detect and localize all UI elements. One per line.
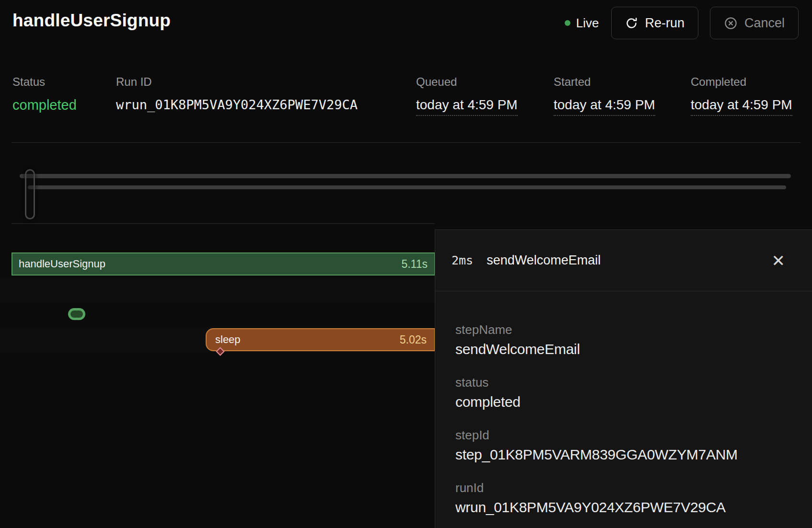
completed-time[interactable]: today at 4:59 PM	[691, 97, 792, 116]
detail-label: status	[455, 375, 793, 390]
detail-value: sendWelcomeEmail	[455, 340, 793, 358]
cancel-button-label: Cancel	[744, 16, 785, 31]
rerun-button-label: Re-run	[645, 16, 684, 31]
span-bar-sleep[interactable]: sleep 5.02s	[206, 328, 435, 351]
trace-waterfall: handleUserSignup 5.11s sleep 5.02s	[0, 224, 435, 528]
run-metadata: Status completed Run ID wrun_01K8PM5VA9Y…	[0, 76, 812, 119]
live-dot-icon	[565, 20, 570, 26]
close-icon[interactable]: ✕	[772, 253, 786, 269]
step-detail-panel: 2ms sendWelcomeEmail ✕ stepName sendWelc…	[435, 230, 812, 528]
minimap-span-bar	[28, 185, 786, 189]
circle-x-icon	[724, 16, 738, 30]
workflow-run-page: handleUserSignup Live Re-run Cancel	[0, 0, 812, 528]
meta-label: Queued	[416, 76, 518, 88]
divider	[12, 142, 800, 143]
meta-label: Completed	[691, 76, 792, 88]
meta-field-run-id: Run ID wrun_01K8PM5VA9Y024XZ6PWE7V29CA	[116, 76, 358, 113]
span-duration: 5.11s	[401, 258, 428, 271]
detail-row-stepName: stepName sendWelcomeEmail	[455, 322, 793, 358]
meta-field-status: Status completed	[12, 76, 77, 113]
timeline-minimap[interactable]	[0, 158, 812, 223]
detail-row-runId: runId wrun_01K8PM5VA9Y024XZ6PWE7V29CA	[455, 480, 793, 517]
span-duration: 5.02s	[400, 333, 427, 346]
step-duration: 2ms	[452, 253, 473, 267]
queued-time[interactable]: today at 4:59 PM	[416, 97, 518, 116]
page-title: handleUserSignup	[12, 11, 171, 31]
step-detail-header: 2ms sendWelcomeEmail ✕	[435, 230, 812, 291]
span-name: handleUserSignup	[19, 258, 105, 270]
detail-row-status: status completed	[455, 375, 793, 411]
detail-value: wrun_01K8PM5VA9Y024XZ6PWE7V29CA	[455, 498, 793, 517]
step-detail-body: stepName sendWelcomeEmail status complet…	[435, 291, 812, 517]
detail-label: runId	[455, 480, 793, 495]
status-badge: completed	[12, 97, 77, 113]
meta-field-queued: Queued today at 4:59 PM	[416, 76, 518, 116]
run-id-value: wrun_01K8PM5VA9Y024XZ6PWE7V29CA	[116, 97, 358, 113]
trace-row	[0, 277, 435, 302]
detail-row-stepId: stepId step_01K8PM5VARM839GGA0WZYM7ANM	[455, 427, 793, 464]
meta-field-completed: Completed today at 4:59 PM	[691, 76, 792, 116]
refresh-icon	[625, 17, 638, 30]
span-pill-sendWelcomeEmail[interactable]	[68, 308, 85, 320]
meta-label: Run ID	[116, 76, 358, 88]
detail-value: completed	[455, 393, 793, 411]
detail-label: stepId	[455, 427, 793, 443]
started-time[interactable]: today at 4:59 PM	[554, 97, 655, 116]
cancel-button[interactable]: Cancel	[710, 7, 799, 39]
detail-value: step_01K8PM5VARM839GGA0WZYM7ANM	[455, 446, 793, 464]
meta-label: Started	[554, 76, 655, 88]
span-bar-handleUserSignup[interactable]: handleUserSignup 5.11s	[12, 253, 435, 275]
live-label: Live	[576, 16, 599, 31]
span-name: sleep	[215, 333, 241, 346]
minimap-span-bar	[20, 174, 791, 178]
live-indicator: Live	[565, 16, 599, 31]
minimap-brush-handle[interactable]	[25, 169, 35, 219]
rerun-button[interactable]: Re-run	[611, 7, 698, 39]
step-title: sendWelcomeEmail	[487, 253, 601, 268]
meta-field-started: Started today at 4:59 PM	[554, 76, 655, 116]
meta-label: Status	[12, 76, 77, 88]
header-actions: Live Re-run Cancel	[565, 7, 799, 39]
detail-label: stepName	[455, 322, 793, 337]
